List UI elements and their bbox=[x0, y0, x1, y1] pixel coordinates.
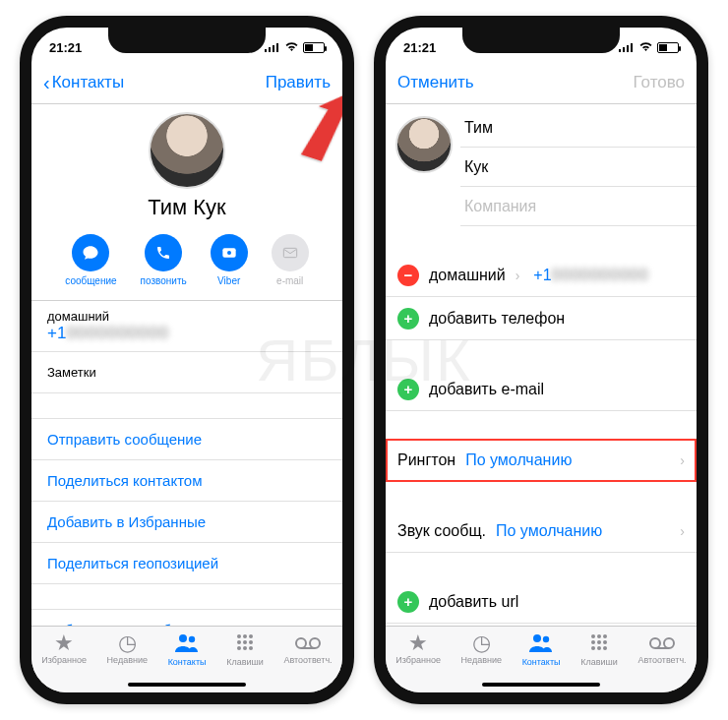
add-url-row[interactable]: + добавить url bbox=[386, 580, 697, 624]
svg-point-8 bbox=[189, 636, 195, 642]
phone-row[interactable]: домашний +10000000000 bbox=[31, 301, 342, 352]
call-label: позвонить bbox=[141, 275, 187, 286]
svg-point-28 bbox=[591, 634, 595, 638]
status-time: 21:21 bbox=[49, 40, 82, 55]
tab-recents[interactable]: ◷Недавние bbox=[107, 632, 148, 665]
phone-blurred: 0000000000 bbox=[66, 324, 169, 342]
call-button[interactable] bbox=[145, 234, 182, 271]
add-email-row[interactable]: + добавить e-mail bbox=[386, 368, 697, 411]
svg-rect-2 bbox=[273, 45, 274, 52]
gap bbox=[31, 584, 342, 610]
svg-rect-0 bbox=[265, 49, 267, 52]
edit-button[interactable]: Править bbox=[266, 73, 331, 92]
share-contact-link[interactable]: Поделиться контактом bbox=[31, 460, 342, 502]
svg-point-29 bbox=[597, 634, 601, 638]
back-button[interactable]: ‹ Контакты bbox=[43, 73, 124, 92]
actions-row: сообщение позвонить Viber e-mail bbox=[31, 224, 342, 301]
phone-frame-left: 21:21 ‹ Контакты Править Тим Кук bbox=[20, 16, 354, 704]
avatar[interactable] bbox=[149, 112, 225, 189]
tab-keypad[interactable]: Клавиши bbox=[580, 632, 618, 667]
tab-contacts[interactable]: Контакты bbox=[168, 632, 207, 667]
add-icon[interactable]: + bbox=[397, 379, 419, 400]
svg-point-19 bbox=[310, 638, 320, 648]
chevron-left-icon: ‹ bbox=[43, 73, 50, 92]
signal-icon bbox=[619, 40, 635, 55]
svg-point-9 bbox=[237, 634, 241, 638]
tab-bar: ★Избранное ◷Недавние Контакты Клавиши Ав… bbox=[386, 626, 697, 692]
svg-point-34 bbox=[591, 646, 595, 650]
phone-value: +1 bbox=[47, 324, 66, 342]
svg-point-5 bbox=[227, 251, 231, 255]
tab-favorites[interactable]: ★Избранное bbox=[395, 632, 441, 665]
svg-point-15 bbox=[237, 646, 241, 650]
add-icon[interactable]: + bbox=[397, 308, 419, 330]
add-phone-row[interactable]: + добавить телефон bbox=[386, 297, 697, 340]
notes-row[interactable]: Заметки bbox=[31, 352, 342, 393]
svg-point-32 bbox=[597, 640, 601, 644]
phone-entry-row[interactable]: − домашний › +10000000000 bbox=[386, 254, 697, 297]
contact-name: Тим Кук bbox=[31, 195, 342, 220]
phone-type[interactable]: домашний bbox=[429, 267, 506, 284]
add-phone-label: добавить телефон bbox=[429, 310, 565, 328]
svg-point-10 bbox=[243, 634, 247, 638]
svg-point-17 bbox=[249, 646, 253, 650]
texttone-label: Звук сообщ. bbox=[397, 522, 486, 540]
star-icon: ★ bbox=[54, 632, 74, 654]
tab-keypad[interactable]: Клавиши bbox=[226, 632, 264, 667]
gap bbox=[31, 393, 342, 419]
contact-details: домашний +10000000000 Заметки Отправить … bbox=[31, 301, 342, 651]
notch bbox=[462, 28, 620, 53]
chevron-right-icon: › bbox=[516, 268, 520, 283]
gap bbox=[386, 226, 697, 254]
cancel-button[interactable]: Отменить bbox=[397, 73, 474, 92]
first-name-field[interactable]: Тим bbox=[460, 108, 697, 148]
star-icon: ★ bbox=[408, 632, 428, 654]
svg-point-16 bbox=[243, 646, 247, 650]
tab-voicemail[interactable]: Автоответч. bbox=[283, 632, 332, 665]
add-icon[interactable]: + bbox=[397, 591, 419, 613]
svg-point-18 bbox=[296, 638, 306, 648]
ringtone-value: По умолчанию bbox=[465, 451, 572, 469]
voicemail-icon bbox=[649, 632, 675, 654]
home-indicator bbox=[482, 683, 600, 687]
tab-voicemail[interactable]: Автоответч. bbox=[637, 632, 686, 665]
texttone-row[interactable]: Звук сообщ. По умолчанию › bbox=[386, 510, 697, 553]
edit-header: Тим Кук Компания bbox=[386, 104, 697, 226]
tab-favorites[interactable]: ★Избранное bbox=[41, 632, 87, 665]
svg-rect-1 bbox=[269, 47, 271, 52]
tab-recents[interactable]: ◷Недавние bbox=[461, 632, 502, 665]
keypad-icon bbox=[589, 632, 609, 656]
ringtone-row[interactable]: Рингтон По умолчанию › bbox=[386, 439, 697, 482]
remove-icon[interactable]: − bbox=[397, 265, 419, 286]
add-favorites-link[interactable]: Добавить в Избранные bbox=[31, 502, 342, 543]
clock-icon: ◷ bbox=[118, 632, 137, 654]
send-message-link[interactable]: Отправить сообщение bbox=[31, 419, 342, 460]
tab-contacts[interactable]: Контакты bbox=[522, 632, 561, 667]
notes-label: Заметки bbox=[47, 365, 327, 380]
avatar[interactable] bbox=[395, 116, 453, 173]
company-field[interactable]: Компания bbox=[460, 187, 697, 226]
phone-value: +1 bbox=[533, 267, 551, 283]
viber-label: Viber bbox=[217, 275, 240, 286]
svg-rect-24 bbox=[627, 45, 629, 52]
svg-point-30 bbox=[603, 634, 607, 638]
viber-button[interactable] bbox=[211, 234, 248, 271]
tab-label: Автоответч. bbox=[283, 655, 332, 665]
svg-point-35 bbox=[597, 646, 601, 650]
message-button[interactable] bbox=[72, 234, 109, 271]
done-button[interactable]: Готово bbox=[634, 73, 686, 92]
tab-label: Автоответч. bbox=[637, 655, 686, 665]
tab-label: Недавние bbox=[461, 655, 502, 665]
mail-button bbox=[272, 234, 309, 271]
svg-point-7 bbox=[179, 634, 187, 642]
svg-point-12 bbox=[237, 640, 241, 644]
notch bbox=[108, 28, 266, 53]
svg-rect-22 bbox=[619, 49, 621, 52]
share-location-link[interactable]: Поделиться геопозицией bbox=[31, 543, 342, 584]
battery-icon bbox=[303, 42, 325, 53]
tab-label: Контакты bbox=[168, 657, 207, 667]
status-time: 21:21 bbox=[403, 40, 436, 55]
svg-point-14 bbox=[249, 640, 253, 644]
last-name-field[interactable]: Кук bbox=[460, 148, 697, 187]
texttone-value: По умолчанию bbox=[496, 522, 602, 540]
